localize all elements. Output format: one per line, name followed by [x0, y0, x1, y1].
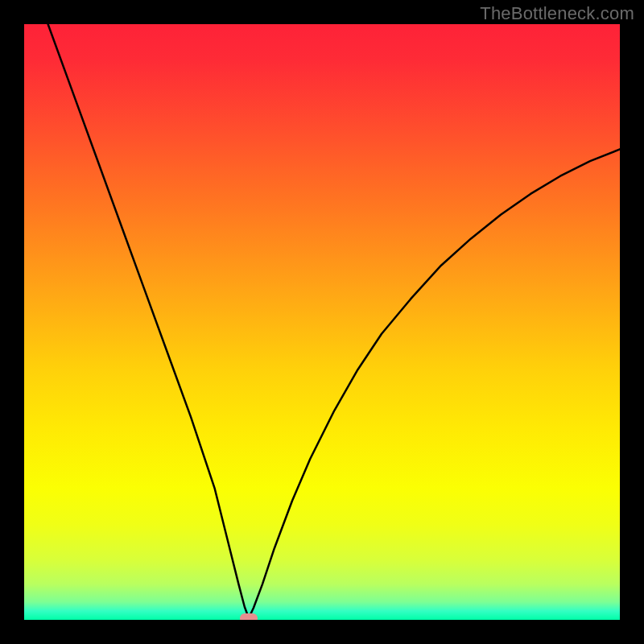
watermark-text: TheBottleneck.com	[480, 3, 634, 24]
optimal-marker	[240, 613, 258, 620]
chart-container: TheBottleneck.com	[0, 0, 644, 644]
plot-area	[24, 24, 620, 620]
curve-layer	[24, 24, 620, 620]
bottleneck-curve	[48, 24, 620, 618]
